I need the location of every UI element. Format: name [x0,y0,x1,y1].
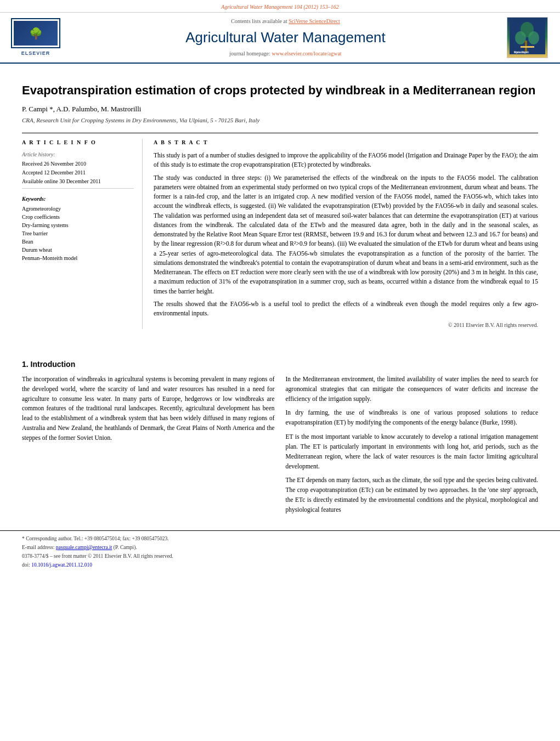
footnote-contact: * Corresponding author. Tel.: +39 080547… [22,535,538,542]
keyword-4: Tree barrier [22,229,134,237]
intro-heading: 1. Introduction [22,359,538,370]
doi-label: doi: [22,562,30,568]
elsevier-logo-area: 🌳 ELSEVIER [5,18,66,57]
article-title: Evapotranspiration estimation of crops p… [22,83,538,99]
footnote-email-line: E-mail address: pasquale.campi@entecra.i… [22,544,538,551]
elsevier-logo-box: 🌳 [11,18,60,48]
journal-citation-text: Agricultural Water Management 104 (2012)… [221,4,338,10]
email-note: (P. Campi). [114,545,137,550]
keyword-7: Penman–Monteith model [22,254,134,262]
keywords-list: Agrometeorology Crop coefficients Dry-fa… [22,205,134,262]
article-affiliation: CRA, Research Unit for Cropping Systems … [22,116,538,125]
keyword-3: Dry-farming systems [22,221,134,229]
page: Agricultural Water Management 104 (2012)… [0,0,560,741]
abstract-heading: A B S T R A C T [154,139,538,146]
journal-citation-bar: Agricultural Water Management 104 (2012)… [0,0,560,13]
journal-center: Contents lists available at SciVerse Sci… [66,18,505,57]
sciverse-line: Contents lists available at SciVerse Sci… [77,18,494,25]
journal-logo-inner: Agricultural Water Mgmt [508,18,546,57]
abstract-column: A B S T R A C T This study is part of a … [154,139,538,329]
homepage-link[interactable]: www.elsevier.com/locate/agwat [272,50,342,56]
article-available: Available online 30 December 2011 [22,178,134,185]
svg-rect-5 [521,46,534,48]
intro-two-col: The incorporation of windbreaks in agric… [22,375,538,519]
abstract-para-1: This study is part of a number of studie… [154,151,538,170]
article-info-heading: A R T I C L E I N F O [22,139,134,146]
keyword-1: Agrometeorology [22,205,134,213]
intro-para-dry: In dry farming, the use of windbreaks is… [286,408,539,428]
article-info-column: A R T I C L E I N F O Article history: R… [22,139,143,329]
email-label: E-mail address: [22,545,56,550]
email-link[interactable]: pasquale.campi@entecra.it [56,545,112,550]
keyword-2: Crop coefficients [22,213,134,221]
article-content: Evapotranspiration estimation of crops p… [0,64,560,351]
journal-title: Agricultural Water Management [77,27,494,47]
article-meta-section: A R T I C L E I N F O Article history: R… [22,133,538,329]
elsevier-tree-image: 🌳 [14,21,58,46]
doi-line: 0378-3774/$ – see front matter © 2011 El… [22,553,538,560]
intro-col-left: The incorporation of windbreaks in agric… [22,375,275,519]
intro-para-1: The incorporation of windbreaks in agric… [22,375,275,443]
elsevier-tree-icon: 🌳 [29,26,43,41]
homepage-prefix: journal homepage: [229,50,270,56]
article-received: Received 26 November 2010 [22,160,134,168]
keywords-title: Keywords: [22,195,134,203]
intro-para-med: In the Mediterranean environment, the li… [286,375,539,404]
body-content: 1. Introduction The incorporation of win… [0,359,560,530]
svg-text:Water Mgmt: Water Mgmt [514,50,529,54]
issn-text: 0378-3774/$ – see front matter © 2011 El… [22,553,173,559]
abstract-text: This study is part of a number of studie… [154,151,538,318]
doi-ref-line: doi: 10.1016/j.agwat.2011.12.010 [22,562,538,569]
footnote-star-text: * Corresponding author. Tel.: +39 080547… [22,536,169,541]
doi-link[interactable]: 10.1016/j.agwat.2011.12.010 [31,562,92,568]
keywords-section: Keywords: Agrometeorology Crop coefficie… [22,195,134,262]
keyword-6: Durum wheat [22,246,134,254]
abstract-para-3: The results showed that the FAO56-wb is … [154,299,538,319]
svg-point-2 [515,31,526,44]
article-history-label: Article history: [22,151,134,159]
svg-point-3 [528,31,539,44]
journal-header: 🌳 ELSEVIER Contents lists available at S… [0,13,560,64]
intro-col-right: In the Mediterranean environment, the li… [286,375,539,519]
divider-keywords [22,188,134,189]
footnote-email-text: E-mail address: pasquale.campi@entecra.i… [22,545,137,550]
article-authors: P. Campi *, A.D. Palumbo, M. Mastrorilli [22,104,538,114]
journal-logo-area: Agricultural Water Mgmt [505,17,549,58]
abstract-para-2: The study was conducted in three steps: … [154,173,538,296]
journal-logo-image: Agricultural Water Mgmt [507,17,548,58]
sciverse-link[interactable]: SciVerse ScienceDirect [289,18,340,24]
keyword-5: Bean [22,237,134,246]
intro-para-et2: The ET depends on many factors, such as … [286,476,539,514]
article-footer: * Corresponding author. Tel.: +39 080547… [0,530,560,574]
elsevier-logo: 🌳 ELSEVIER [5,18,66,57]
abstract-copyright: © 2011 Elsevier B.V. All rights reserved… [154,321,538,329]
article-accepted: Accepted 12 December 2011 [22,169,134,177]
elsevier-label: ELSEVIER [21,50,50,57]
journal-homepage-line: journal homepage: www.elsevier.com/locat… [77,50,494,58]
sciverse-prefix: Contents lists available at [231,18,287,24]
intro-para-et1: ET is the most important variable to kno… [286,432,539,471]
